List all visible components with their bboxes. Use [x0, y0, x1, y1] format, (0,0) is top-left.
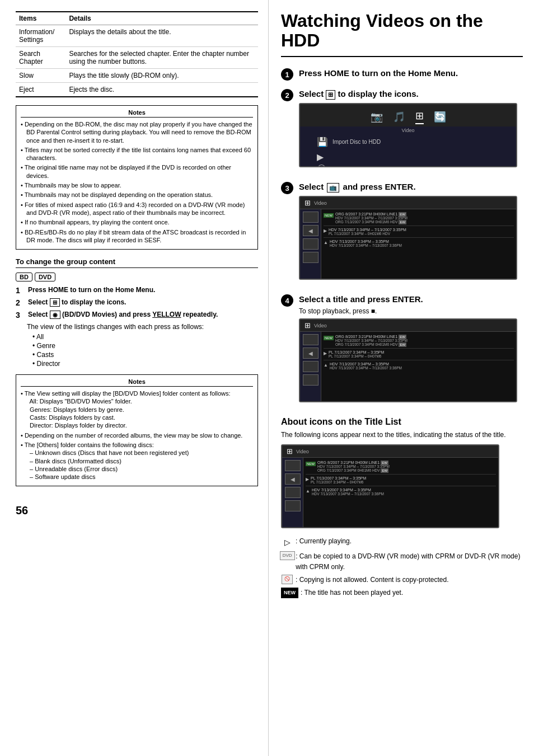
page: Items Details Information/Settings Displ…: [0, 0, 534, 756]
row3-line2: HDV 7/13/2007 3:34PM – 7/13/2007 3:36PM: [330, 243, 402, 247]
topbar3-video-label: Video: [296, 449, 309, 454]
menu-icon-music: 🎵: [393, 111, 405, 123]
icons-row-3: ▲ HDV 7/13/2007 3:34PM – 3:35PM HDV 7/13…: [306, 486, 496, 497]
triangle3-icon: ▲: [306, 489, 310, 494]
right-step-3: 3 Select 📺 and press ENTER. ⊞ Video ◀: [281, 182, 523, 287]
table-cell-detail: Searches for the selected chapter. Enter…: [65, 47, 258, 69]
topbar-grid-icon: ⊞: [305, 199, 311, 207]
sidebar3-thumb-1: [285, 460, 301, 471]
playing-icon: ▷: [281, 536, 293, 548]
new-badge: NEW: [324, 213, 334, 218]
notes-item: BD-REs/BD-Rs do no play if bit stream da…: [21, 228, 253, 245]
notes-item: Thumbnails may not be displayed dependin…: [21, 191, 253, 199]
legend-dvd-copy: DVD : Can be copied to a DVD-RW (VR mode…: [281, 551, 523, 572]
table-cell-item: Search Chapter: [16, 47, 65, 69]
row1-line3: ORG 7/13/2007 3:34PM 0H01M6 HDV EW: [335, 220, 407, 224]
row3-line1: HDV 7/13/2007 3:34PM – 3:35PM: [330, 240, 402, 243]
table-cell-detail: Ejects the disc.: [65, 83, 258, 97]
sidebar-thumb-1: [303, 212, 318, 223]
list-row-1: NEW ORG 8/2007 3:21PM 0H00M LINE1 EW HDV…: [324, 210, 514, 226]
notes-item: Depending on the number of recorded albu…: [21, 431, 253, 439]
screen-mockup-list2: ⊞ Video ◀: [299, 318, 517, 402]
group-content-heading: To change the group content: [16, 257, 258, 268]
step-circle-1: 1: [281, 68, 293, 81]
hdd-icon: 💾: [317, 137, 328, 147]
sidebar-arrow: ◀: [308, 228, 313, 234]
notes-item: Depending on the BD-ROM, the disc may no…: [21, 120, 253, 144]
format-badges: BD DVD: [16, 273, 258, 281]
notes-item: The View setting will display the [BD/DV…: [21, 389, 253, 429]
sidebar2-thumb-1: [303, 334, 318, 345]
legend-new-title: NEW : The title has not been played yet.: [281, 588, 523, 598]
notes-item: Titles may not be sorted correctly if th…: [21, 146, 253, 162]
legend-copy-protect-text: : Copying is not allowed. Content is cop…: [296, 575, 448, 585]
sidebar-thumb-4: [303, 252, 318, 263]
irow1-line3: ORG 7/13/2007 3:34PM 0H01M6 HDV EW: [317, 468, 390, 472]
table-row: Eject Ejects the disc.: [16, 83, 258, 97]
irow2-line1: PL 7/13/2007 3:34PM – 3:35PM: [311, 476, 366, 480]
screen-icons-body: ◀ NEW ORG 8/2007 3:21PM 0H00M LINE1 EW H…: [282, 458, 498, 527]
table-cell-detail: Displays the details about the title.: [65, 25, 258, 47]
screen3-sidebar: ◀: [282, 458, 303, 527]
copy-protect-icon: 🚫: [281, 575, 293, 584]
list-item: Director: [32, 360, 258, 368]
row1b-line2: HDV 7/13/2007 3:34PM – 7/13/2007 3:35PM: [335, 339, 407, 342]
right-step-2: 2 Select ⊞ to display the icons. 📷 🎵 ⊞ 🔄…: [281, 89, 523, 174]
notes-title-2: Notes: [21, 378, 253, 387]
screen-play-option: ▶: [300, 151, 516, 163]
new-badge2: NEW: [324, 336, 334, 340]
right-column: Watching Videos on the HDD 1 Press HOME …: [269, 0, 534, 756]
irow3-line1: HDV 7/13/2007 3:34PM – 3:35PM: [312, 488, 384, 492]
screen-list2-rows: NEW ORG 8/2007 3:21PM 0H00M LINE1 EW HDV…: [321, 332, 516, 401]
notes-box-2: Notes The View setting will display the …: [16, 374, 258, 486]
notes-item: If no thumbnail appears, try playing the…: [21, 218, 253, 226]
screen-mockup-icons: ⊞ Video ◀ NEW ORG 8/2007 3:21PM 0: [281, 444, 499, 528]
triangle-icon: ▲: [324, 240, 328, 245]
info-table: Items Details Information/Settings Displ…: [16, 11, 258, 97]
table-cell-item: Slow: [16, 69, 65, 83]
dvd-badge: DVD: [35, 273, 55, 281]
table-header-details: Details: [65, 12, 258, 25]
dvd-badge-icon: DVD: [280, 551, 295, 561]
row2-line1: HDV 7/13/2007 3:34PM – 7/13/2007 3:35PM: [329, 228, 406, 232]
notes-item: Thumbnails may be slow to appear.: [21, 181, 253, 189]
ew-badge4: EW: [399, 342, 406, 347]
screen-list2-topbar: ⊞ Video: [300, 320, 516, 332]
sidebar2-arrow: ◀: [308, 350, 313, 356]
left-step-1: 1 Press HOME to turn on the Home Menu.: [16, 286, 258, 295]
screen-top-bar: 📷 🎵 ⊞ 🔄: [300, 104, 516, 126]
screen-list2-body: ◀ NEW ORG 8/2007 3:21PM 0H00M LINE1 EW: [300, 332, 516, 401]
disc-icon: ⊚: [317, 165, 326, 167]
step-number: 1: [16, 286, 24, 295]
view-note: The view of the listings changes with ea…: [27, 323, 258, 331]
table-row: Information/Settings Displays the detail…: [16, 25, 258, 47]
new-title-icon: NEW: [281, 588, 298, 598]
notes-box-1: Notes Depending on the BD-ROM, the disc …: [16, 105, 258, 250]
play-icon: ▶: [317, 152, 324, 162]
icons-row-1-text: ORG 8/2007 3:21PM 0H00M LINE1 EW HDV 7/1…: [317, 461, 390, 472]
list2-row-2-text: PL 7/13/2007 3:34PM – 3:35PM PL 7/13/200…: [329, 350, 384, 358]
screen-mockup-list: ⊞ Video ◀: [299, 196, 517, 280]
screen-video-label: Video: [300, 128, 516, 133]
sidebar2-thumb-3: [303, 361, 318, 372]
step-circle-2: 2: [281, 89, 293, 101]
screen-list-topbar: ⊞ Video: [300, 197, 516, 209]
step-label-3: Select 📺 and press ENTER.: [299, 182, 523, 192]
screen-icons-topbar: ⊞ Video: [282, 445, 498, 458]
legend-copy-protect: 🚫 : Copying is not allowed. Content is c…: [281, 575, 523, 585]
notes-item: For titles of mixed aspect ratio (16:9 a…: [21, 201, 253, 217]
sidebar3-arrow: ◀: [291, 476, 295, 482]
list-row-3: ▲ HDV 7/13/2007 3:34PM – 3:35PM HDV 7/13…: [324, 238, 514, 249]
step-text: Press HOME to turn on the Home Menu.: [28, 286, 155, 294]
list-row-2: ▶ HDV 7/13/2007 3:34PM – 7/13/2007 3:35P…: [324, 226, 514, 238]
sidebar2-thumb-2: ◀: [303, 348, 318, 359]
list-item: Genre: [32, 342, 258, 350]
screen-sidebar: ◀: [300, 209, 321, 279]
table-row: Search Chapter Searches for the selected…: [16, 47, 258, 69]
list2-row-1: NEW ORG 8/2007 3:21PM 0H00M LINE1 EW HDV…: [324, 333, 514, 349]
new-badge3: NEW: [306, 462, 316, 466]
legend-playing: ▷ : Currently playing.: [281, 536, 523, 548]
play-indicator2: ▶: [324, 351, 327, 356]
play-indicator3: ▶: [306, 477, 309, 482]
icons-row-2-text: PL 7/13/2007 3:34PM – 3:35PM PL 7/13/200…: [311, 476, 366, 484]
